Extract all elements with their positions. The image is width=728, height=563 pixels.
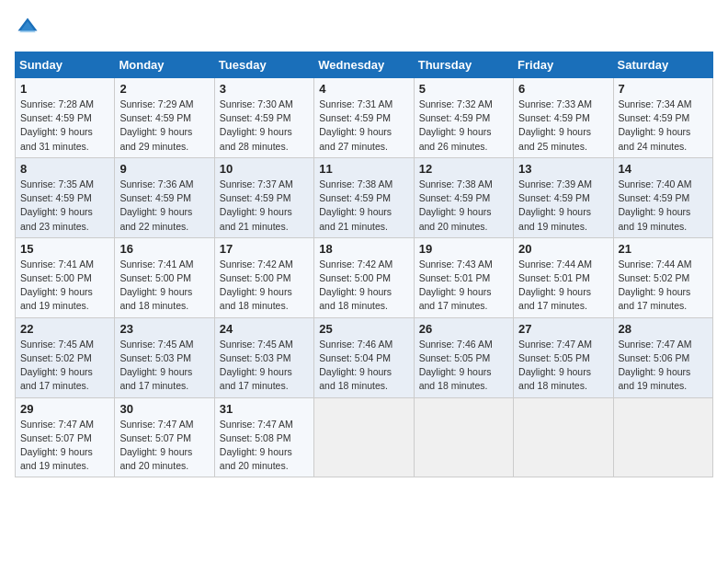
table-row: 3Sunrise: 7:30 AMSunset: 4:59 PMDaylight… [214,78,313,158]
day-info: Sunrise: 7:30 AMSunset: 4:59 PMDaylight:… [220,98,309,154]
day-number: 6 [518,82,608,96]
day-info: Sunrise: 7:42 AMSunset: 5:00 PMDaylight:… [220,258,309,314]
day-number: 1 [20,82,109,96]
day-info: Sunrise: 7:45 AMSunset: 5:02 PMDaylight:… [20,338,109,394]
day-number: 10 [220,162,309,176]
day-of-week-header: Thursday [414,52,513,78]
day-number: 12 [419,162,508,176]
day-info: Sunrise: 7:47 AMSunset: 5:05 PMDaylight:… [518,338,608,394]
table-row [414,397,513,477]
day-number: 4 [319,82,408,96]
day-number: 30 [119,402,209,416]
table-row: 14Sunrise: 7:40 AMSunset: 4:59 PMDayligh… [613,157,712,237]
day-number: 16 [119,242,209,256]
day-number: 5 [419,82,508,96]
calendar-week-row: 29Sunrise: 7:47 AMSunset: 5:07 PMDayligh… [16,397,713,477]
day-of-week-header: Monday [115,52,214,78]
day-info: Sunrise: 7:45 AMSunset: 5:03 PMDaylight:… [119,338,209,394]
table-row: 18Sunrise: 7:42 AMSunset: 5:00 PMDayligh… [314,237,414,317]
day-info: Sunrise: 7:41 AMSunset: 5:00 PMDaylight:… [20,258,109,314]
day-number: 8 [20,162,109,176]
day-of-week-header: Tuesday [214,52,313,78]
table-row: 9Sunrise: 7:36 AMSunset: 4:59 PMDaylight… [115,157,214,237]
table-row: 30Sunrise: 7:47 AMSunset: 5:07 PMDayligh… [115,397,214,477]
table-row: 5Sunrise: 7:32 AMSunset: 4:59 PMDaylight… [414,78,513,158]
table-row: 16Sunrise: 7:41 AMSunset: 5:00 PMDayligh… [115,237,214,317]
day-info: Sunrise: 7:28 AMSunset: 4:59 PMDaylight:… [20,98,109,154]
day-info: Sunrise: 7:39 AMSunset: 4:59 PMDaylight:… [518,178,608,234]
day-info: Sunrise: 7:35 AMSunset: 4:59 PMDaylight:… [20,178,109,234]
day-info: Sunrise: 7:47 AMSunset: 5:06 PMDaylight:… [619,338,708,394]
day-info: Sunrise: 7:44 AMSunset: 5:02 PMDaylight:… [619,258,708,314]
table-row: 15Sunrise: 7:41 AMSunset: 5:00 PMDayligh… [16,237,115,317]
day-info: Sunrise: 7:38 AMSunset: 4:59 PMDaylight:… [319,178,408,234]
day-info: Sunrise: 7:37 AMSunset: 4:59 PMDaylight:… [220,178,309,234]
page-header [15,15,713,40]
day-info: Sunrise: 7:47 AMSunset: 5:07 PMDaylight:… [20,418,109,474]
table-row: 29Sunrise: 7:47 AMSunset: 5:07 PMDayligh… [16,397,115,477]
day-number: 29 [20,402,109,416]
table-row: 23Sunrise: 7:45 AMSunset: 5:03 PMDayligh… [115,317,214,397]
table-row: 19Sunrise: 7:43 AMSunset: 5:01 PMDayligh… [414,237,513,317]
day-number: 9 [119,162,209,176]
day-info: Sunrise: 7:46 AMSunset: 5:04 PMDaylight:… [319,338,408,394]
table-row [314,397,414,477]
day-number: 31 [220,402,309,416]
day-info: Sunrise: 7:45 AMSunset: 5:03 PMDaylight:… [220,338,309,394]
table-row: 24Sunrise: 7:45 AMSunset: 5:03 PMDayligh… [214,317,313,397]
day-info: Sunrise: 7:34 AMSunset: 4:59 PMDaylight:… [619,98,708,154]
day-info: Sunrise: 7:42 AMSunset: 5:00 PMDaylight:… [319,258,408,314]
table-row: 20Sunrise: 7:44 AMSunset: 5:01 PMDayligh… [514,237,613,317]
table-row: 8Sunrise: 7:35 AMSunset: 4:59 PMDaylight… [16,157,115,237]
day-number: 2 [119,82,209,96]
day-number: 3 [220,82,309,96]
logo [15,15,44,40]
table-row: 31Sunrise: 7:47 AMSunset: 5:08 PMDayligh… [214,397,313,477]
day-of-week-header: Saturday [613,52,712,78]
table-row: 1Sunrise: 7:28 AMSunset: 4:59 PMDaylight… [16,78,115,158]
table-row: 21Sunrise: 7:44 AMSunset: 5:02 PMDayligh… [613,237,712,317]
day-number: 20 [518,242,608,256]
table-row: 28Sunrise: 7:47 AMSunset: 5:06 PMDayligh… [613,317,712,397]
calendar-header-row: SundayMondayTuesdayWednesdayThursdayFrid… [16,52,713,78]
table-row: 6Sunrise: 7:33 AMSunset: 4:59 PMDaylight… [514,78,613,158]
table-row [514,397,613,477]
day-info: Sunrise: 7:38 AMSunset: 4:59 PMDaylight:… [419,178,508,234]
day-number: 19 [419,242,508,256]
day-number: 7 [619,82,708,96]
day-number: 15 [20,242,109,256]
day-number: 21 [619,242,708,256]
table-row: 4Sunrise: 7:31 AMSunset: 4:59 PMDaylight… [314,78,414,158]
table-row: 10Sunrise: 7:37 AMSunset: 4:59 PMDayligh… [214,157,313,237]
day-number: 18 [319,242,408,256]
calendar-week-row: 8Sunrise: 7:35 AMSunset: 4:59 PMDaylight… [16,157,713,237]
day-info: Sunrise: 7:32 AMSunset: 4:59 PMDaylight:… [419,98,508,154]
day-info: Sunrise: 7:41 AMSunset: 5:00 PMDaylight:… [119,258,209,314]
day-info: Sunrise: 7:33 AMSunset: 4:59 PMDaylight:… [518,98,608,154]
day-info: Sunrise: 7:44 AMSunset: 5:01 PMDaylight:… [518,258,608,314]
day-number: 28 [619,322,708,336]
day-of-week-header: Wednesday [314,52,414,78]
table-row: 7Sunrise: 7:34 AMSunset: 4:59 PMDaylight… [613,78,712,158]
day-number: 17 [220,242,309,256]
day-info: Sunrise: 7:36 AMSunset: 4:59 PMDaylight:… [119,178,209,234]
calendar-table: SundayMondayTuesdayWednesdayThursdayFrid… [15,52,713,477]
day-number: 26 [419,322,508,336]
day-number: 24 [220,322,309,336]
day-info: Sunrise: 7:31 AMSunset: 4:59 PMDaylight:… [319,98,408,154]
day-number: 23 [119,322,209,336]
calendar-week-row: 15Sunrise: 7:41 AMSunset: 5:00 PMDayligh… [16,237,713,317]
calendar-week-row: 1Sunrise: 7:28 AMSunset: 4:59 PMDaylight… [16,78,713,158]
table-row: 17Sunrise: 7:42 AMSunset: 5:00 PMDayligh… [214,237,313,317]
table-row: 25Sunrise: 7:46 AMSunset: 5:04 PMDayligh… [314,317,414,397]
day-of-week-header: Sunday [16,52,115,78]
day-number: 13 [518,162,608,176]
table-row: 12Sunrise: 7:38 AMSunset: 4:59 PMDayligh… [414,157,513,237]
table-row [613,397,712,477]
day-info: Sunrise: 7:40 AMSunset: 4:59 PMDaylight:… [619,178,708,234]
table-row: 22Sunrise: 7:45 AMSunset: 5:02 PMDayligh… [16,317,115,397]
table-row: 2Sunrise: 7:29 AMSunset: 4:59 PMDaylight… [115,78,214,158]
day-info: Sunrise: 7:46 AMSunset: 5:05 PMDaylight:… [419,338,508,394]
day-of-week-header: Friday [514,52,613,78]
day-info: Sunrise: 7:29 AMSunset: 4:59 PMDaylight:… [119,98,209,154]
